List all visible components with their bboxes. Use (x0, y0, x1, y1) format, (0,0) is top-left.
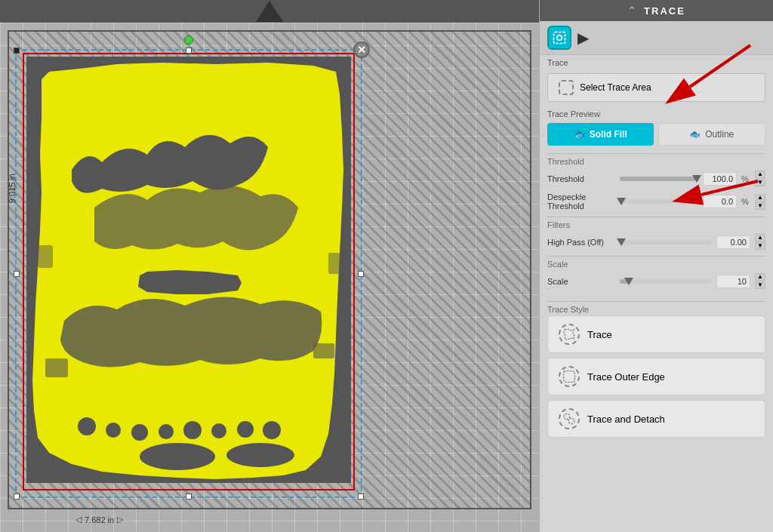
right-panel: ⌃ TRACE ▶ Trace Select Trace Area Trace … (539, 0, 773, 532)
threshold-row: Threshold 100.0 % ▲ ▼ (547, 168, 765, 189)
despeckle-down-button[interactable]: ▼ (755, 202, 765, 210)
handle-top-left[interactable] (14, 48, 20, 54)
svg-point-16 (557, 35, 562, 41)
trace-style-section-title: Trace Style (547, 301, 765, 315)
threshold-label: Threshold (547, 174, 615, 183)
threshold-section: Threshold Threshold 100.0 % ▲ ▼ Despeckl… (540, 149, 773, 294)
cursor-icon: ▶ (577, 29, 589, 47)
trace-tool-button[interactable] (547, 26, 571, 50)
highpass-down-button[interactable]: ▼ (755, 242, 765, 250)
threshold-unit: % (741, 174, 750, 183)
despeckle-row: Despeckle Threshold 0.0 % ▲ ▼ (547, 189, 765, 214)
scale-row: Scale 10 ▲ ▼ (547, 270, 765, 292)
threshold-up-button[interactable]: ▲ (755, 171, 765, 178)
side-dimension-label: 9.015 in (8, 174, 17, 203)
panel-collapse-icon[interactable]: ⌃ (627, 5, 638, 17)
highpass-spinner[interactable]: ▲ ▼ (755, 234, 765, 250)
trace-style-section: Trace Style Trace Trace Outer Edge (540, 294, 773, 447)
selection-box: ✕ (15, 49, 362, 498)
trace-outer-edge-button[interactable]: Trace Outer Edge (547, 358, 765, 395)
highpass-up-button[interactable]: ▲ (755, 234, 765, 241)
select-trace-icon (559, 80, 574, 95)
close-button[interactable]: ✕ (353, 42, 370, 58)
bottom-dimension-label: ◁ 7.682 in ▷ (75, 515, 123, 524)
panel-toolbar: ▶ (540, 21, 773, 55)
threshold-section-title: Threshold (547, 153, 765, 168)
threshold-value: 100.0 (703, 172, 737, 186)
trace-and-detach-button[interactable]: Trace and Detach (547, 400, 765, 438)
trace-button[interactable]: Trace (547, 315, 765, 353)
handle-bottom-right[interactable] (358, 494, 364, 500)
select-trace-area-button[interactable]: Select Trace Area (547, 73, 765, 102)
threshold-slider[interactable] (620, 177, 698, 181)
rotation-handle[interactable] (184, 35, 193, 45)
scale-value: 10 (716, 275, 750, 288)
panel-title: TRACE (644, 5, 685, 17)
despeckle-value: 0.0 (703, 195, 737, 208)
scale-spinner[interactable]: ▲ ▼ (755, 273, 765, 289)
scale-label: Scale (547, 277, 615, 286)
trace-outer-edge-icon (559, 366, 580, 387)
handle-middle-left[interactable] (14, 271, 20, 277)
svg-point-17 (564, 414, 570, 420)
preview-row: 🐟 Solid Fill 🐟 Outline (540, 120, 773, 149)
outline-fish-icon: 🐟 (689, 129, 701, 140)
despeckle-spinner[interactable]: ▲ ▼ (755, 194, 765, 210)
canvas-grid: ✕ 9.015 in ◁ 7.682 in ▷ (0, 23, 539, 532)
panel-body: Trace Select Trace Area Trace Preview 🐟 … (540, 55, 773, 532)
scale-up-button[interactable]: ▲ (755, 273, 765, 281)
highpass-value: 0.00 (716, 235, 750, 249)
highpass-slider[interactable] (620, 240, 712, 244)
despeckle-label: Despeckle Threshold (547, 192, 615, 211)
highpass-label: High Pass (Off) (547, 238, 615, 247)
despeckle-up-button[interactable]: ▲ (755, 194, 765, 201)
trace-tool-icon (552, 30, 567, 45)
highpass-row: High Pass (Off) 0.00 ▲ ▼ (547, 231, 765, 253)
threshold-down-button[interactable]: ▼ (755, 179, 765, 186)
despeckle-slider[interactable] (620, 199, 698, 204)
up-arrow-icon (256, 1, 283, 22)
trace-button-icon (559, 324, 580, 345)
trace-and-detach-icon (559, 408, 580, 429)
top-bar (0, 0, 539, 23)
canvas-content: ✕ (23, 53, 355, 506)
scale-section-title: Scale (547, 256, 765, 270)
despeckle-unit: % (741, 197, 750, 206)
handle-bottom-left[interactable] (14, 494, 20, 500)
panel-header: ⌃ TRACE (540, 0, 773, 21)
threshold-spinner[interactable]: ▲ ▼ (755, 171, 765, 186)
svg-point-18 (568, 418, 574, 424)
handle-top-center[interactable] (186, 48, 192, 54)
handle-middle-right[interactable] (358, 271, 364, 277)
scale-down-button[interactable]: ▼ (755, 281, 765, 289)
trace-section-label: Trace (540, 55, 773, 69)
fish-icon: 🐟 (574, 129, 585, 140)
filters-section-title: Filters (547, 217, 765, 231)
canvas-area: 5 6 7 8 9 10 11 (0, 0, 539, 532)
trace-preview-label: Trace Preview (540, 106, 773, 120)
scale-slider[interactable] (620, 279, 712, 284)
outline-button[interactable]: 🐟 Outline (658, 123, 766, 146)
svg-rect-15 (554, 32, 565, 44)
solid-fill-button[interactable]: 🐟 Solid Fill (547, 123, 654, 146)
handle-bottom-center[interactable] (186, 494, 192, 500)
